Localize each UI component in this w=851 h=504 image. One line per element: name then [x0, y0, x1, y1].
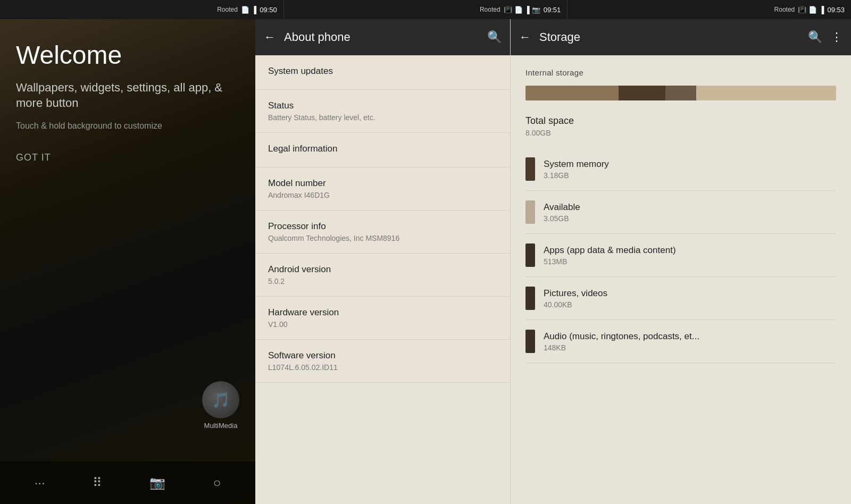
- gallery-icon-2: 📷: [532, 6, 540, 14]
- welcome-hint: Touch & hold background to customize: [16, 121, 239, 131]
- nav-circle-button[interactable]: ○: [213, 475, 221, 490]
- audio-value: 148KB: [544, 343, 836, 352]
- storage-color-system: [525, 157, 535, 181]
- bottom-navigation: ··· ⠿ 📷 ○: [0, 461, 255, 504]
- audio-label: Audio (music, ringtones, podcasts, et...: [544, 331, 836, 342]
- time-3: 09:53: [827, 6, 845, 14]
- copy-icon-2: 📄: [514, 6, 523, 14]
- storage-info-system: System memory 3.18GB: [544, 159, 836, 180]
- status-title: Status: [268, 100, 497, 111]
- system-updates-title: System updates: [268, 66, 497, 77]
- storage-search-icon[interactable]: 🔍: [808, 30, 822, 44]
- storage-color-available: [525, 200, 535, 224]
- storage-content: Internal storage Total space 8.00GB Syst…: [511, 55, 851, 504]
- storage-color-pictures: [525, 287, 535, 310]
- storage-info-available: Available 3.05GB: [544, 202, 836, 223]
- welcome-title: Welcome: [16, 40, 239, 70]
- hardware-subtitle: V1.00: [268, 320, 497, 329]
- storage-row-apps[interactable]: Apps (app data & media content) 513MB: [525, 234, 836, 277]
- status-icons-2: 📳 📄 ▐ 📷: [504, 6, 540, 14]
- status-bar-2: Rooted 📳 📄 ▐ 📷 09:51: [284, 0, 568, 19]
- storage-title: Storage: [539, 30, 799, 44]
- internal-storage-label: Internal storage: [525, 68, 836, 77]
- settings-item-status[interactable]: Status Battery Status, battery level, et…: [255, 90, 510, 133]
- storage-info-pictures: Pictures, videos 40.00KB: [544, 288, 836, 309]
- storage-header: ← Storage 🔍 ⋮: [511, 19, 851, 55]
- system-memory-label: System memory: [544, 159, 836, 170]
- nav-menu-button[interactable]: ···: [35, 475, 45, 490]
- rooted-label-1: Rooted: [217, 6, 238, 13]
- multimedia-label: MultiMedia: [204, 422, 238, 430]
- copy-icon-1: 📄: [241, 6, 249, 14]
- rooted-label-3: Rooted: [774, 6, 795, 13]
- total-space-row: Total space 8.00GB: [525, 115, 836, 148]
- vibrate-icon-3: 📳: [798, 6, 806, 14]
- pictures-value: 40.00KB: [544, 300, 836, 309]
- storage-info-apps: Apps (app data & media content) 513MB: [544, 245, 836, 266]
- software-subtitle: L1074L.6.05.02.ID11: [268, 363, 497, 372]
- status-subtitle: Battery Status, battery level, etc.: [268, 113, 497, 122]
- hardware-title: Hardware version: [268, 307, 497, 318]
- welcome-panel: Welcome Wallpapers, widgets, settings, a…: [0, 19, 255, 504]
- rooted-label-2: Rooted: [480, 6, 500, 13]
- android-subtitle: 5.0.2: [268, 277, 497, 285]
- bar-segment-1: [525, 86, 619, 100]
- bar-segment-2: [619, 86, 665, 100]
- multimedia-icon-circle[interactable]: 🎵: [202, 381, 239, 418]
- available-value: 3.05GB: [544, 214, 836, 223]
- multimedia-shortcut[interactable]: 🎵 MultiMedia: [202, 381, 239, 430]
- android-title: Android version: [268, 264, 497, 275]
- about-phone-panel: ← About phone 🔍 System updates Status Ba…: [255, 19, 511, 504]
- got-it-button[interactable]: GOT IT: [16, 152, 239, 163]
- apps-label: Apps (app data & media content): [544, 245, 836, 256]
- storage-info-audio: Audio (music, ringtones, podcasts, et...…: [544, 331, 836, 352]
- battery-icon-1: ▐: [252, 6, 256, 14]
- about-phone-search-icon[interactable]: 🔍: [487, 30, 502, 44]
- storage-row-pictures[interactable]: Pictures, videos 40.00KB: [525, 277, 836, 320]
- about-phone-back-button[interactable]: ←: [264, 30, 276, 44]
- time-1: 09:50: [260, 6, 277, 14]
- pictures-label: Pictures, videos: [544, 288, 836, 299]
- storage-color-apps: [525, 243, 535, 267]
- settings-item-hardware[interactable]: Hardware version V1.00: [255, 297, 510, 340]
- about-phone-list: System updates Status Battery Status, ba…: [255, 55, 510, 504]
- welcome-subtitle: Wallpapers, widgets, settings, all app, …: [16, 80, 239, 111]
- nav-camera-button[interactable]: 📷: [149, 475, 165, 490]
- legal-title: Legal information: [268, 144, 497, 154]
- total-space-label: Total space: [525, 115, 836, 127]
- storage-more-icon[interactable]: ⋮: [831, 30, 842, 44]
- settings-item-model[interactable]: Model number Andromax I46D1G: [255, 167, 510, 211]
- settings-item-system-updates[interactable]: System updates: [255, 55, 510, 90]
- storage-row-audio[interactable]: Audio (music, ringtones, podcasts, et...…: [525, 320, 836, 363]
- time-2: 09:51: [544, 6, 561, 14]
- storage-color-audio: [525, 330, 535, 353]
- bar-segment-4: [696, 86, 836, 100]
- settings-item-software[interactable]: Software version L1074L.6.05.02.ID11: [255, 340, 510, 383]
- software-title: Software version: [268, 350, 497, 361]
- about-phone-title: About phone: [284, 30, 479, 44]
- nav-apps-button[interactable]: ⠿: [93, 475, 102, 490]
- system-memory-value: 3.18GB: [544, 171, 836, 180]
- storage-row-system[interactable]: System memory 3.18GB: [525, 148, 836, 191]
- status-bar-3: Rooted 📳 📄 ▐ 09:53: [568, 0, 851, 19]
- status-bars-container: Rooted 📄 ▐ 09:50 Rooted 📳 📄 ▐ 📷 09:51 Ro…: [0, 0, 851, 19]
- settings-item-processor[interactable]: Processor info Qualcomm Technologies, In…: [255, 211, 510, 254]
- about-phone-header: ← About phone 🔍: [255, 19, 510, 55]
- storage-back-button[interactable]: ←: [519, 30, 531, 44]
- main-area: Welcome Wallpapers, widgets, settings, a…: [0, 19, 851, 504]
- settings-item-legal[interactable]: Legal information: [255, 133, 510, 167]
- status-icons-1: 📄 ▐: [241, 6, 256, 14]
- processor-subtitle: Qualcomm Technologies, Inc MSM8916: [268, 234, 497, 242]
- status-bar-1: Rooted 📄 ▐ 09:50: [0, 0, 284, 19]
- bar-segment-3: [665, 86, 696, 100]
- welcome-content: Welcome Wallpapers, widgets, settings, a…: [0, 19, 255, 184]
- status-icons-3: 📳 📄 ▐: [798, 6, 824, 14]
- storage-panel: ← Storage 🔍 ⋮ Internal storage Total spa…: [511, 19, 851, 504]
- battery-icon-2: ▐: [525, 6, 530, 14]
- settings-item-android[interactable]: Android version 5.0.2: [255, 254, 510, 297]
- battery-icon-3: ▐: [819, 6, 824, 14]
- model-subtitle: Andromax I46D1G: [268, 191, 497, 199]
- model-title: Model number: [268, 178, 497, 189]
- storage-row-available[interactable]: Available 3.05GB: [525, 191, 836, 234]
- vibrate-icon-2: 📳: [504, 6, 512, 14]
